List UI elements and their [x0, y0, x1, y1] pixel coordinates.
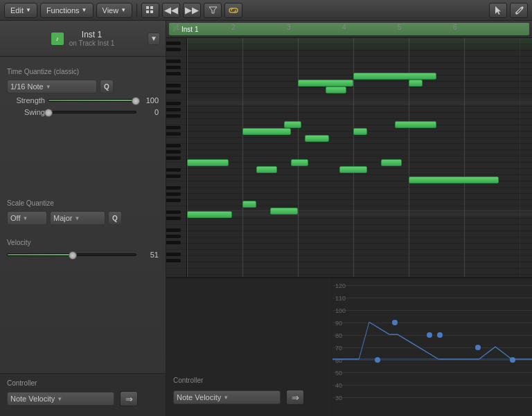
swing-row: Swing 0	[7, 108, 159, 116]
scale-quantize-section: Scale Quantize Off ▼ Major ▼ Q	[7, 199, 159, 225]
note-block[interactable]	[395, 121, 436, 128]
vel-dot-4[interactable]	[437, 332, 443, 338]
region-bar[interactable]: Inst 1	[169, 23, 529, 35]
left-panel: ♪ Inst 1 on Track Inst 1 ▼ Time Quantize…	[0, 21, 166, 416]
scale-off-dropdown[interactable]: Off ▼	[7, 211, 47, 225]
functions-menu-button[interactable]: Functions ▼	[40, 3, 94, 18]
note-velocity-bottom-dropdown[interactable]: Note Velocity ▼	[173, 390, 281, 404]
vel-dot-3[interactable]	[427, 332, 432, 338]
velocity-row: 51	[7, 251, 159, 259]
velocity-area: Controller Note Velocity ▼ ⇒ 120 110	[166, 277, 532, 416]
functions-chevron-icon: ▼	[82, 7, 87, 13]
velocity-slider[interactable]	[7, 253, 136, 256]
note-velocity-arrow-button[interactable]: ⇒	[286, 390, 304, 405]
note-dropdown-arrow: ▼	[46, 84, 51, 90]
note-block[interactable]	[326, 87, 346, 93]
note-block[interactable]	[381, 159, 402, 166]
left-arrow-icon-button[interactable]: ◀◀	[162, 3, 180, 18]
strength-slider[interactable]	[48, 99, 136, 102]
region-label: Inst 1	[181, 26, 198, 33]
quantize-q-button[interactable]: Q	[100, 80, 114, 93]
piano-keys: C4 C3	[166, 38, 187, 277]
note-block[interactable]	[291, 159, 308, 166]
controller-section: Controller Note Velocity ▼ ⇒	[0, 373, 166, 416]
expand-chevron-icon: ▼	[150, 35, 157, 42]
note-block[interactable]	[339, 166, 367, 173]
roll-container: C4 C3	[166, 38, 532, 277]
strength-value: 100	[139, 96, 159, 105]
velocity-label: Velocity	[7, 239, 159, 246]
note-block[interactable]	[242, 128, 291, 135]
controller-label: Controller	[7, 379, 159, 387]
grid-icon-button[interactable]	[141, 3, 159, 18]
scale-q-button[interactable]: Q	[108, 211, 122, 225]
main-area: ♪ Inst 1 on Track Inst 1 ▼ Time Quantize…	[0, 21, 532, 416]
functions-label: Functions	[46, 6, 80, 15]
controller-arrow-button[interactable]: ⇒	[120, 391, 138, 406]
note-velocity-bottom-label: Note Velocity	[177, 393, 221, 401]
scale-quantize-label: Scale Quantize	[7, 199, 159, 207]
controller-row: Note Velocity ▼ ⇒	[7, 391, 159, 406]
velocity-value: 51	[139, 251, 159, 259]
vline-5	[464, 38, 465, 277]
track-header: ♪ Inst 1 on Track Inst 1 ▼	[0, 21, 166, 57]
scale-major-arrow: ▼	[75, 215, 80, 221]
vline-0	[187, 38, 188, 277]
ruler-mark-4: 4	[342, 24, 346, 31]
velocity-left: Controller Note Velocity ▼ ⇒	[166, 278, 332, 416]
controller-bottom-label: Controller	[173, 377, 325, 384]
filter-icon-button[interactable]	[204, 3, 222, 18]
note-block[interactable]	[270, 208, 298, 215]
svg-line-9	[398, 334, 418, 347]
strength-row: Strength 100	[7, 96, 159, 105]
view-label: View	[103, 6, 119, 15]
track-subtitle: on Track Inst 1	[69, 39, 115, 47]
note-block[interactable]	[409, 177, 499, 183]
track-info: Inst 1 on Track Inst 1	[69, 30, 115, 47]
scale-major-dropdown[interactable]: Major ▼	[50, 211, 105, 225]
piano-roll-area: Inst 1 1 2 3 4 5 6 C4 C3	[166, 21, 532, 416]
controls-area: Time Quantize (classic) 1/16 Note ▼ Q St…	[0, 57, 166, 373]
vel-dot-2[interactable]	[392, 320, 398, 325]
right-arrow-icon-button[interactable]: ▶▶	[183, 3, 201, 18]
note-velocity-dropdown[interactable]: Note Velocity ▼	[7, 392, 114, 406]
note-block[interactable]	[187, 211, 232, 218]
ruler-mark-1: 1	[176, 24, 180, 31]
velocity-right[interactable]: 120 110 100 90 80 70 60 50 40 30	[332, 278, 532, 416]
note-block[interactable]	[409, 80, 423, 87]
note-block[interactable]	[284, 121, 301, 128]
vel-dot-6[interactable]	[510, 357, 515, 363]
note-block[interactable]	[353, 73, 436, 80]
vel-dot-5[interactable]	[475, 345, 481, 350]
note-value-dropdown[interactable]: 1/16 Note ▼	[7, 80, 97, 93]
scale-off-arrow: ▼	[22, 215, 28, 221]
svg-rect-3	[150, 10, 153, 13]
vel-dot-1[interactable]	[375, 357, 380, 363]
track-icon: ♪	[51, 33, 64, 45]
note-value-label: 1/16 Note	[10, 82, 44, 91]
scale-major-label: Major	[53, 214, 73, 222]
scale-off-label: Off	[10, 214, 20, 222]
view-chevron-icon: ▼	[121, 7, 126, 13]
swing-label: Swing	[7, 108, 45, 116]
region-overlay	[187, 38, 532, 51]
note-block[interactable]	[305, 135, 329, 142]
piano-roll-top: Inst 1 1 2 3 4 5 6 C4 C3	[166, 21, 532, 277]
note-block[interactable]	[298, 80, 353, 87]
pencil-tool-button[interactable]	[510, 3, 528, 18]
note-block[interactable]	[242, 201, 256, 208]
note-block[interactable]	[256, 166, 277, 173]
note-block[interactable]	[187, 159, 229, 166]
track-expand-button[interactable]: ▼	[148, 33, 160, 45]
view-menu-button[interactable]: View ▼	[96, 3, 133, 18]
pointer-tool-button[interactable]	[489, 3, 507, 18]
ruler-mark-3: 3	[287, 24, 291, 31]
svg-line-7	[369, 322, 389, 334]
grid-area[interactable]	[187, 38, 532, 277]
note-block[interactable]	[353, 128, 367, 135]
edit-menu-button[interactable]: Edit ▼	[4, 3, 37, 18]
toolbar: Edit ▼ Functions ▼ View ▼ ◀◀ ▶▶	[0, 0, 532, 21]
link-icon-button[interactable]	[224, 3, 242, 18]
time-quantize-label: Time Quantize (classic)	[7, 68, 159, 75]
swing-slider[interactable]	[48, 111, 136, 114]
